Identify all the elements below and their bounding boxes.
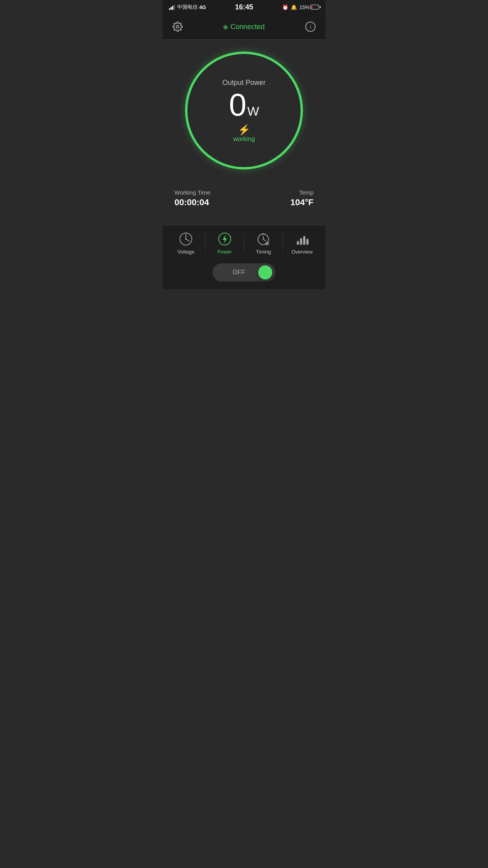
- alarm-icon: 🔔: [291, 4, 297, 10]
- status-right: ⏰ 🔔 15%: [282, 4, 319, 10]
- signal-icon: [169, 4, 175, 10]
- power-unit: W: [247, 105, 259, 118]
- main-content: Output Power 0 W ⚡ working Working Time …: [163, 40, 325, 225]
- battery-wrapper: 15%: [299, 4, 319, 10]
- bluetooth-status: ⎈ Connected: [223, 22, 264, 31]
- working-time-value: 00:00:04: [174, 197, 210, 208]
- toggle-container: OFF: [167, 261, 321, 285]
- battery-icon: [310, 5, 319, 9]
- overview-label: Overview: [292, 249, 313, 255]
- status-bar: 中国电信 4G 16:45 ⏰ 🔔 15%: [163, 0, 325, 14]
- working-time-label: Working Time: [174, 189, 210, 196]
- svg-rect-13: [297, 241, 299, 245]
- bottom-nav: Voltage Power: [163, 225, 325, 289]
- svg-line-9: [263, 239, 266, 241]
- connection-label: Connected: [230, 23, 264, 31]
- temp-value: 104°F: [290, 197, 314, 208]
- svg-point-0: [176, 26, 179, 28]
- power-label: Power: [217, 249, 232, 255]
- info-button[interactable]: i: [303, 20, 317, 34]
- gauge-inner: Output Power 0 W ⚡ working: [222, 79, 266, 143]
- gauge-container: Output Power 0 W ⚡ working: [185, 51, 303, 169]
- power-toggle[interactable]: OFF: [213, 263, 275, 281]
- voltage-icon: [178, 232, 193, 246]
- temp-label: Temp: [290, 189, 314, 196]
- status-time: 16:45: [235, 3, 253, 11]
- info-icon: i: [305, 22, 316, 32]
- battery-percent: 15%: [299, 4, 310, 10]
- svg-rect-16: [306, 239, 308, 245]
- working-time-stat: Working Time 00:00:04: [174, 189, 210, 208]
- network-type: 4G: [199, 4, 206, 10]
- svg-rect-14: [300, 238, 302, 245]
- gear-icon: [172, 22, 183, 32]
- svg-marker-6: [222, 235, 227, 243]
- status-left: 中国电信 4G: [169, 4, 206, 11]
- svg-line-4: [186, 239, 189, 241]
- bluetooth-icon: ⎈: [223, 22, 228, 31]
- power-number: 0: [229, 89, 247, 121]
- timing-label: Timing: [256, 249, 271, 255]
- output-label: Output Power: [222, 79, 266, 87]
- voltage-label: Voltage: [178, 249, 194, 255]
- overview-icon: [295, 232, 310, 246]
- toggle-off-label: OFF: [216, 269, 258, 276]
- battery-fill: [311, 6, 312, 9]
- temp-stat: Temp 104°F: [290, 189, 314, 208]
- nav-item-overview[interactable]: Overview: [283, 232, 322, 255]
- nav-item-timing[interactable]: Timing: [244, 232, 283, 255]
- nav-tabs: Voltage Power: [167, 232, 321, 255]
- settings-button[interactable]: [171, 20, 185, 34]
- nav-item-power[interactable]: Power: [205, 232, 244, 255]
- power-value: 0 W: [229, 89, 259, 121]
- svg-rect-15: [303, 236, 305, 245]
- header: ⎈ Connected i: [163, 14, 325, 40]
- stats-row: Working Time 00:00:04 Temp 104°F: [171, 177, 317, 215]
- carrier-text: 中国电信: [177, 4, 198, 11]
- nav-item-voltage[interactable]: Voltage: [167, 232, 205, 255]
- timing-icon: [256, 232, 271, 246]
- lightning-icon: ⚡: [238, 125, 250, 135]
- power-nav-icon: [217, 232, 232, 246]
- lock-icon: ⏰: [282, 4, 288, 10]
- toggle-thumb: [258, 265, 272, 280]
- status-section: ⚡ working: [233, 125, 255, 143]
- working-label: working: [233, 136, 255, 143]
